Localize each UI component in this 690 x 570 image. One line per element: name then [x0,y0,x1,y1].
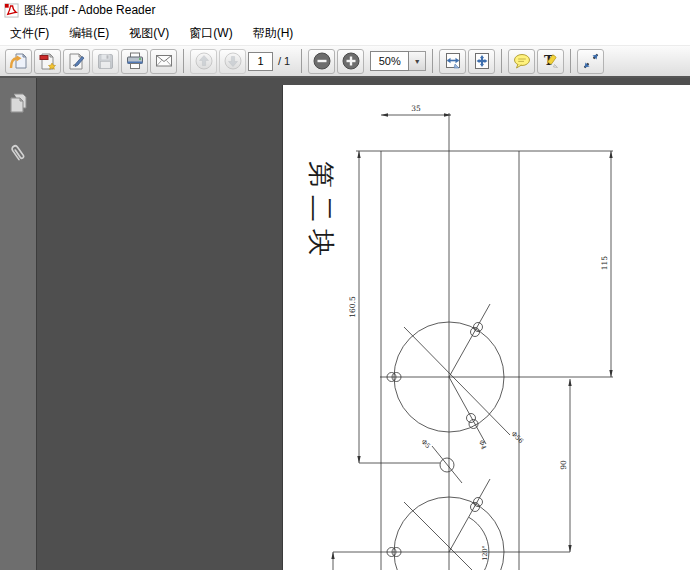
email-icon [154,51,174,71]
open-button[interactable] [5,49,32,74]
toolbar-separator [301,49,302,73]
arrow-down-icon [223,51,243,71]
dia-hole-label: Φ5 [420,438,432,450]
fullscreen-arrows-icon [581,51,601,71]
zoom-out-button[interactable] [308,49,335,74]
document-view-area: 第二块 [0,78,690,570]
menu-window[interactable]: 窗口(W) [179,22,242,45]
adobe-reader-icon [4,3,19,18]
toolbar-separator [432,49,433,73]
create-pdf-button[interactable] [34,49,61,74]
fit-page-icon [472,51,492,71]
zoom-dropdown-button[interactable]: ▼ [409,51,426,71]
create-pdf-icon [38,52,57,71]
menu-view[interactable]: 视图(V) [119,22,179,45]
save-icon [96,52,115,71]
pdf-page: 第二块 [283,85,690,570]
zoom-level-control: 50% ▼ [370,51,426,71]
minus-circle-icon [312,51,332,71]
email-button[interactable] [150,49,177,74]
fit-width-icon [443,51,463,71]
open-icon [9,52,28,71]
navigation-pane-bar [0,78,37,570]
toolbar-separator [501,49,502,73]
comment-button[interactable] [508,49,535,74]
title-bar: 图纸.pdf - Adobe Reader [0,0,690,21]
menu-bar: 文件(F) 编辑(E) 视图(V) 窗口(W) 帮助(H) [0,21,690,45]
fit-width-button[interactable] [439,49,466,74]
drawing-lines [333,113,613,570]
highlight-text-icon: T [541,51,561,71]
sign-button[interactable] [63,49,90,74]
fullscreen-button[interactable] [577,49,604,74]
zoom-in-button[interactable] [337,49,364,74]
dim-90-label: 90 [559,460,568,470]
print-icon [125,51,145,71]
page-thumbnails-button[interactable] [7,92,29,116]
next-page-button[interactable] [219,49,246,74]
dia-small-holes-label: Φ4 [477,439,488,451]
window-title: 图纸.pdf - Adobe Reader [24,2,155,19]
zoom-level-value[interactable]: 50% [370,51,409,71]
dim-115-label: 115 [600,256,609,271]
plus-circle-icon [341,51,361,71]
comment-bubble-icon [512,51,532,71]
toolbar-separator [183,49,184,73]
angle-120-label: 120° [481,545,489,561]
sign-document-icon [67,52,86,71]
page-total-label: / 1 [278,55,290,67]
dia-bolt-circle-label: Φ56 [510,430,525,445]
toolbar-separator [570,49,571,73]
attachments-paperclip-button[interactable] [6,140,30,166]
menu-edit[interactable]: 编辑(E) [59,22,119,45]
print-button[interactable] [121,49,148,74]
arrow-up-icon [194,51,214,71]
chevron-down-icon: ▼ [414,58,421,65]
page-number-input[interactable] [248,52,273,71]
dim-35-label: 35 [411,104,421,113]
highlight-text-button[interactable]: T [537,49,564,74]
toolbar: / 1 50% ▼ [0,45,690,78]
technical-drawing: 35 160.5 115 90 Φ56 Φ4 Φ5 120° [283,85,690,570]
fit-page-button[interactable] [468,49,495,74]
save-button[interactable] [92,49,119,74]
menu-file[interactable]: 文件(F) [0,22,59,45]
menu-help[interactable]: 帮助(H) [243,22,304,45]
previous-page-button[interactable] [190,49,217,74]
dim-160-label: 160.5 [348,296,357,318]
